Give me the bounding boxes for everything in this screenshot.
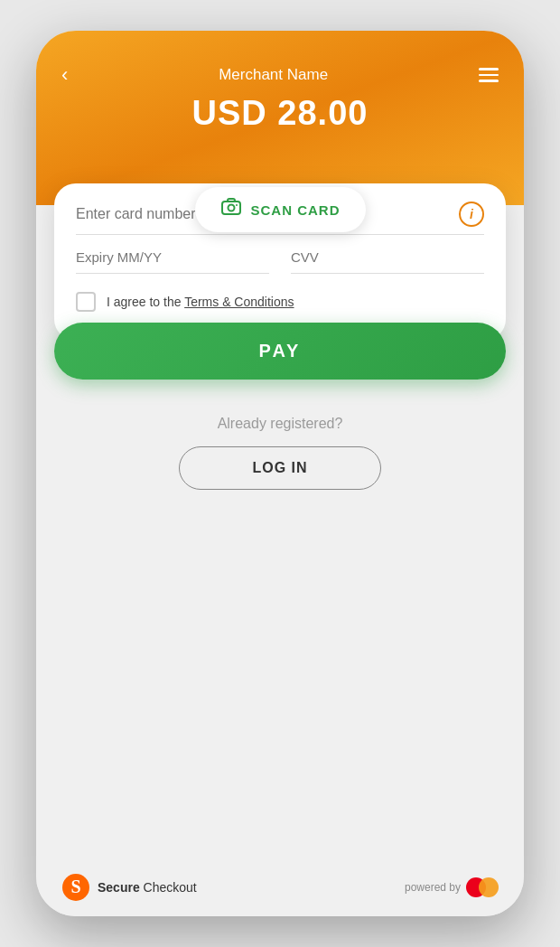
camera-icon bbox=[220, 196, 242, 223]
back-button[interactable]: ‹ bbox=[61, 63, 68, 87]
svg-text:S: S bbox=[70, 877, 80, 896]
svg-rect-0 bbox=[222, 202, 240, 214]
menu-line-1 bbox=[479, 68, 499, 70]
menu-line-3 bbox=[479, 80, 499, 82]
mastercard-orange-circle bbox=[479, 877, 499, 897]
terms-row: I agree to the Terms & Conditions bbox=[76, 292, 484, 312]
expiry-input[interactable] bbox=[76, 249, 269, 265]
expiry-cvv-row bbox=[76, 249, 484, 274]
secure-logo-icon: S bbox=[61, 873, 90, 902]
menu-button[interactable] bbox=[479, 68, 499, 82]
powered-by-label: powered by bbox=[405, 881, 461, 894]
svg-point-1 bbox=[228, 205, 234, 211]
pay-button[interactable]: PAY bbox=[54, 323, 506, 380]
already-registered-text: Already registered? bbox=[218, 416, 343, 432]
cvv-input[interactable] bbox=[291, 249, 484, 265]
cvv-field bbox=[291, 249, 484, 274]
scan-card-button[interactable]: SCAN CARD bbox=[195, 187, 366, 232]
secure-bold: Secure bbox=[98, 880, 140, 895]
secure-checkout: S Secure Checkout bbox=[61, 873, 197, 902]
login-button[interactable]: LOG IN bbox=[179, 446, 380, 490]
menu-line-2 bbox=[479, 74, 499, 77]
terms-link[interactable]: Terms & Conditions bbox=[184, 295, 294, 309]
secure-rest: Checkout bbox=[140, 880, 197, 895]
terms-checkbox[interactable] bbox=[76, 292, 96, 312]
expiry-field bbox=[76, 249, 269, 274]
footer: S Secure Checkout powered by bbox=[36, 858, 524, 916]
terms-text: I agree to the Terms & Conditions bbox=[107, 295, 294, 309]
pay-button-wrapper: PAY bbox=[36, 323, 524, 380]
secure-text: Secure Checkout bbox=[98, 880, 197, 895]
main-content: Already registered? LOG IN bbox=[36, 380, 524, 858]
powered-by: powered by bbox=[405, 877, 499, 897]
amount-display: USD 28.00 bbox=[192, 94, 369, 133]
merchant-name: Merchant Name bbox=[219, 66, 328, 84]
svg-point-2 bbox=[236, 204, 238, 206]
scan-card-label: SCAN CARD bbox=[251, 202, 341, 218]
mastercard-icon bbox=[466, 877, 499, 897]
terms-prefix: I agree to the bbox=[107, 295, 184, 309]
